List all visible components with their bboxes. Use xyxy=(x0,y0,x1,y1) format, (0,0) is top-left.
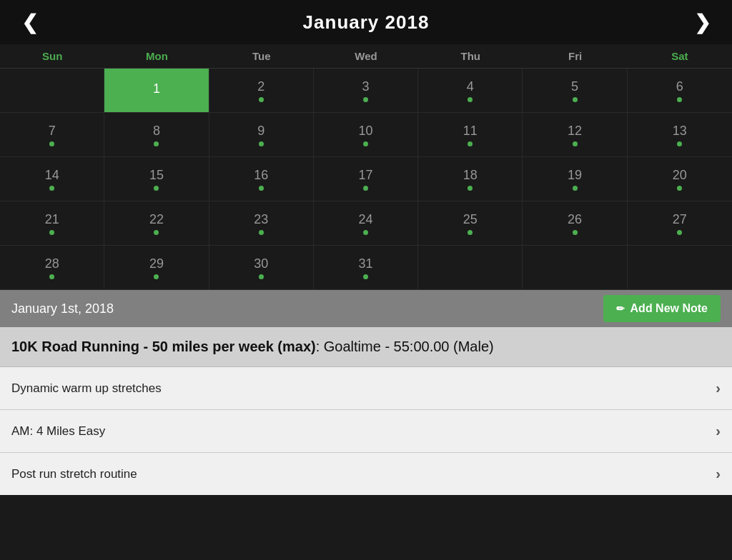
calendar-day-25[interactable]: 25 xyxy=(418,201,523,246)
pencil-icon: ✏ xyxy=(616,303,625,314)
calendar-empty-cell xyxy=(628,246,732,290)
activity-dot xyxy=(677,97,682,102)
calendar-day-10[interactable]: 10 xyxy=(314,113,418,157)
next-month-button[interactable]: ❯ xyxy=(687,7,718,38)
activity-dot xyxy=(259,97,264,102)
activity-dot xyxy=(154,230,159,235)
activity-dot xyxy=(259,274,264,279)
plan-section: 10K Road Running - 50 miles per week (ma… xyxy=(0,327,732,367)
day-header-sat: Sat xyxy=(628,44,732,68)
calendar-day-16[interactable]: 16 xyxy=(209,157,314,201)
activity-dot xyxy=(49,274,54,279)
activity-dot xyxy=(49,186,54,191)
info-bar: January 1st, 2018 ✏ Add New Note xyxy=(0,290,732,327)
day-header-thu: Thu xyxy=(418,44,523,68)
calendar-day-13[interactable]: 13 xyxy=(628,113,732,157)
calendar-day-26[interactable]: 26 xyxy=(523,201,627,246)
activity-label: AM: 4 Miles Easy xyxy=(11,424,105,439)
calendar-day-1[interactable]: 1 xyxy=(104,69,209,113)
activity-dot xyxy=(363,141,368,146)
activity-label: Dynamic warm up stretches xyxy=(11,381,162,396)
prev-month-button[interactable]: ❮ xyxy=(14,7,45,38)
calendar-day-2[interactable]: 2 xyxy=(209,69,314,113)
calendar-day-18[interactable]: 18 xyxy=(418,157,523,201)
activity-dot xyxy=(468,186,473,191)
calendar-day-14[interactable]: 14 xyxy=(0,157,104,201)
days-of-week-row: Sun Mon Tue Wed Thu Fri Sat xyxy=(0,44,732,69)
calendar-empty-cell xyxy=(418,246,523,290)
activity-item-0[interactable]: Dynamic warm up stretches› xyxy=(0,367,732,410)
activity-dot xyxy=(573,230,578,235)
chevron-right-icon: › xyxy=(716,466,721,482)
add-note-button[interactable]: ✏ Add New Note xyxy=(603,295,721,322)
calendar-day-5[interactable]: 5 xyxy=(523,69,627,113)
activity-item-2[interactable]: Post run stretch routine› xyxy=(0,453,732,495)
day-header-mon: Mon xyxy=(104,44,209,68)
activity-dot xyxy=(677,186,682,191)
calendar-day-21[interactable]: 21 xyxy=(0,201,104,246)
calendar-day-20[interactable]: 20 xyxy=(628,157,732,201)
activity-dot xyxy=(363,230,368,235)
activity-dot xyxy=(468,97,473,102)
activity-dot xyxy=(573,97,578,102)
activity-dot xyxy=(259,141,264,146)
calendar-day-12[interactable]: 12 xyxy=(523,113,627,157)
calendar-day-19[interactable]: 19 xyxy=(523,157,627,201)
activity-dot xyxy=(363,186,368,191)
day-header-wed: Wed xyxy=(314,44,418,68)
activity-dot xyxy=(573,141,578,146)
day-header-tue: Tue xyxy=(209,44,314,68)
day-header-fri: Fri xyxy=(523,44,627,68)
activity-label: Post run stretch routine xyxy=(11,467,137,481)
activity-dot xyxy=(259,230,264,235)
calendar-day-27[interactable]: 27 xyxy=(628,201,732,246)
calendar-day-11[interactable]: 11 xyxy=(418,113,523,157)
activity-dot xyxy=(468,141,473,146)
activity-dot xyxy=(49,230,54,235)
calendar-day-7[interactable]: 7 xyxy=(0,113,104,157)
activities-list: Dynamic warm up stretches›AM: 4 Miles Ea… xyxy=(0,367,732,495)
activity-item-1[interactable]: AM: 4 Miles Easy› xyxy=(0,410,732,453)
activity-dot xyxy=(363,274,368,279)
calendar-day-30[interactable]: 30 xyxy=(209,246,314,290)
calendar-day-15[interactable]: 15 xyxy=(104,157,209,201)
activity-dot xyxy=(154,274,159,279)
calendar-header: ❮ January 2018 ❯ xyxy=(0,0,732,44)
calendar-day-28[interactable]: 28 xyxy=(0,246,104,290)
plan-goal: : Goaltime - 55:00.00 (Male) xyxy=(316,339,494,354)
calendar-day-22[interactable]: 22 xyxy=(104,201,209,246)
activity-dot xyxy=(154,186,159,191)
activity-dot xyxy=(363,97,368,102)
plan-title: 10K Road Running - 50 miles per week (ma… xyxy=(11,339,494,354)
activity-dot xyxy=(468,230,473,235)
calendar-empty-cell xyxy=(0,69,104,113)
add-note-label: Add New Note xyxy=(630,302,708,315)
chevron-right-icon: › xyxy=(716,423,721,439)
calendar-grid: 1234567891011121314151617181920212223242… xyxy=(0,69,732,290)
day-header-sun: Sun xyxy=(0,44,104,68)
activity-dot xyxy=(154,141,159,146)
activity-dot xyxy=(677,141,682,146)
activity-dot xyxy=(677,230,682,235)
calendar-day-31[interactable]: 31 xyxy=(314,246,418,290)
selected-date-label: January 1st, 2018 xyxy=(11,301,114,316)
plan-name: 10K Road Running - 50 miles per week (ma… xyxy=(11,339,316,354)
calendar-day-4[interactable]: 4 xyxy=(418,69,523,113)
activity-dot xyxy=(573,186,578,191)
activity-dot xyxy=(49,141,54,146)
calendar-day-9[interactable]: 9 xyxy=(209,113,314,157)
calendar-day-29[interactable]: 29 xyxy=(104,246,209,290)
calendar-day-17[interactable]: 17 xyxy=(314,157,418,201)
calendar-empty-cell xyxy=(523,246,627,290)
calendar-day-24[interactable]: 24 xyxy=(314,201,418,246)
calendar-day-8[interactable]: 8 xyxy=(104,113,209,157)
activity-dot xyxy=(259,186,264,191)
month-year-title: January 2018 xyxy=(303,11,430,34)
calendar-day-6[interactable]: 6 xyxy=(628,69,732,113)
chevron-right-icon: › xyxy=(716,380,721,396)
calendar-day-3[interactable]: 3 xyxy=(314,69,418,113)
calendar-day-23[interactable]: 23 xyxy=(209,201,314,246)
